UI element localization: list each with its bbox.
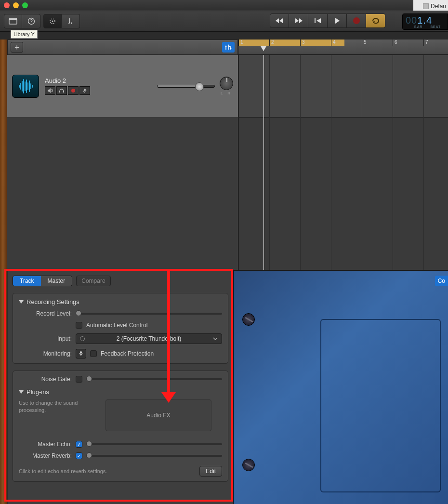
smart-controls-visual: Co: [233, 271, 448, 504]
screw-decoration: [242, 459, 255, 471]
feedback-label: Feedback Protection: [101, 350, 154, 357]
svg-rect-15: [63, 91, 64, 93]
svg-point-10: [225, 46, 227, 47]
playhead-marker[interactable]: [261, 46, 266, 51]
master-echo-slider[interactable]: [86, 443, 222, 445]
svg-rect-16: [84, 89, 86, 91]
ruler-bar: 1: [238, 40, 243, 46]
monitoring-label: Monitoring:: [19, 350, 72, 357]
track-list-toolbar: ＋: [7, 40, 238, 55]
track-type-icon: [12, 75, 39, 98]
waveform-icon: [19, 79, 33, 93]
smart-controls-button[interactable]: [43, 14, 62, 28]
inspector-left: Track Master Compare Recording Settings …: [8, 271, 233, 504]
arrange-grid[interactable]: [238, 55, 448, 270]
controls-button[interactable]: Co: [435, 276, 448, 286]
edit-button-group: [43, 14, 80, 28]
monitoring-button[interactable]: [76, 349, 86, 358]
inspector-tab-switch: Track Master: [13, 276, 72, 286]
view-button-group: ?: [4, 14, 40, 28]
rewind-button[interactable]: [270, 13, 289, 28]
ruler-bar: 5: [362, 40, 367, 46]
plugins-hint: Use to change the sound processing.: [19, 399, 101, 414]
track-filter-button[interactable]: [222, 42, 235, 53]
input-monitor-button[interactable]: [79, 86, 90, 95]
ruler-bar: 3: [300, 40, 305, 46]
master-reverb-checkbox[interactable]: [76, 452, 82, 459]
library-tooltip: Library Y: [11, 30, 38, 39]
ruler-bar: 7: [423, 40, 428, 46]
cycle-button[interactable]: [366, 13, 385, 28]
editors-button[interactable]: [62, 14, 80, 28]
recording-settings-header[interactable]: Recording Settings: [19, 298, 222, 305]
main-toolbar: ? 001.4 BARBEAT: [0, 11, 448, 32]
record-icon: [353, 17, 360, 24]
edit-button[interactable]: Edit: [199, 466, 222, 477]
svg-rect-0: [9, 19, 17, 24]
input-dropdown[interactable]: 2 (Focusrite Thunderbolt): [76, 333, 222, 344]
ruler-bar: 2: [269, 40, 274, 46]
go-to-start-button[interactable]: [308, 13, 328, 28]
input-label: Input:: [19, 335, 72, 342]
lcd-dim: 00: [406, 15, 417, 26]
svg-rect-1: [9, 18, 17, 20]
lcd-beat-label: BEAT: [430, 25, 441, 28]
track-lane[interactable]: [238, 55, 448, 118]
track-meta: Audio 2: [45, 77, 90, 95]
document-name: Defau: [431, 3, 446, 10]
tab-master[interactable]: Master: [41, 276, 72, 286]
noise-gate-label: Noise Gate:: [19, 376, 72, 383]
timeline-ruler[interactable]: 1 2 3 4 5 6 7: [238, 40, 448, 55]
audio-fx-slot[interactable]: Audio FX: [105, 399, 211, 431]
auto-level-checkbox[interactable]: [76, 322, 82, 329]
annotation-arrow: [167, 271, 170, 395]
svg-point-11: [230, 48, 232, 49]
ruler-bar: 6: [393, 40, 397, 46]
library-button[interactable]: [4, 14, 22, 28]
record-enable-button[interactable]: [68, 86, 79, 95]
input-value: 2 (Focusrite Thunderbolt): [117, 335, 182, 342]
master-reverb-slider[interactable]: [86, 455, 222, 457]
noise-gate-checkbox[interactable]: [76, 376, 82, 383]
master-reverb-label: Master Reverb:: [19, 452, 72, 459]
cycle-region[interactable]: [238, 40, 344, 46]
svg-rect-6: [315, 18, 316, 23]
track-header-area: ＋ Audio 2: [7, 40, 238, 270]
master-echo-checkbox[interactable]: [76, 441, 82, 448]
record-dot-icon: [71, 89, 75, 93]
transport-controls: [270, 13, 385, 28]
tab-track[interactable]: Track: [13, 276, 41, 286]
playhead[interactable]: [264, 55, 264, 270]
pan-knob[interactable]: [220, 77, 233, 90]
mute-button[interactable]: [45, 86, 55, 95]
close-window-button[interactable]: [4, 2, 10, 8]
svg-text:?: ?: [30, 19, 33, 24]
add-track-button[interactable]: ＋: [11, 42, 23, 53]
screw-decoration: [242, 313, 255, 326]
forward-button[interactable]: [289, 13, 308, 28]
lcd-bar-label: BAR: [414, 25, 422, 28]
compare-button[interactable]: Compare: [76, 276, 110, 286]
quick-help-button[interactable]: ?: [22, 14, 40, 28]
ruler-bar: 4: [331, 40, 336, 46]
recording-settings-panel: Recording Settings Record Level: Automat…: [13, 293, 228, 364]
zoom-window-button[interactable]: [22, 2, 28, 8]
smart-controls-panel: Track Master Compare Recording Settings …: [8, 270, 448, 504]
document-icon: [423, 3, 429, 9]
track-row[interactable]: Audio 2 L: [7, 55, 238, 118]
noise-gate-slider[interactable]: [86, 378, 222, 380]
volume-slider[interactable]: [157, 85, 215, 88]
svg-rect-18: [80, 351, 82, 354]
record-level-slider[interactable]: [76, 313, 222, 315]
record-button[interactable]: [347, 13, 366, 28]
effects-panel: Noise Gate: Plug-ins Use to change the s…: [13, 371, 228, 482]
play-button[interactable]: [328, 13, 347, 28]
echo-reverb-hint: Click to edit echo and reverb settings.: [19, 468, 107, 474]
headphone-button[interactable]: [56, 86, 67, 95]
side-wood-decoration: [0, 40, 7, 504]
minimize-window-button[interactable]: [13, 2, 19, 8]
lcd-display[interactable]: 001.4 BARBEAT: [402, 13, 448, 30]
feedback-checkbox[interactable]: [90, 350, 97, 357]
track-name[interactable]: Audio 2: [45, 77, 90, 84]
plugins-header[interactable]: Plug-ins: [19, 388, 222, 396]
